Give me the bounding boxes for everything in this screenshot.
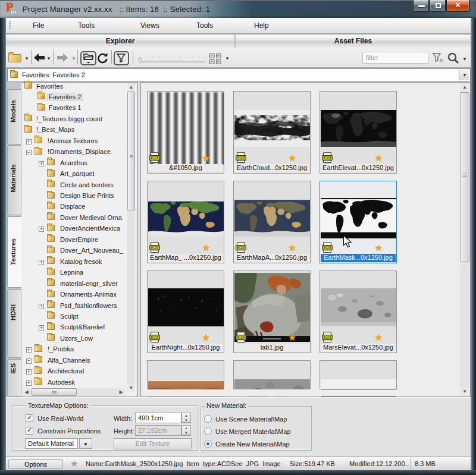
svg-text:JPG: JPG (239, 156, 244, 159)
svg-text:JPG: JPG (152, 156, 158, 159)
svg-text:JPG: JPG (239, 246, 244, 249)
svg-text:JPG: JPG (152, 336, 158, 339)
svg-text:JPG: JPG (325, 156, 330, 159)
svg-text:JPG: JPG (152, 246, 158, 249)
svg-text:JPG: JPG (325, 246, 330, 249)
svg-text:JPG: JPG (239, 336, 244, 339)
svg-text:JPG: JPG (325, 336, 330, 339)
